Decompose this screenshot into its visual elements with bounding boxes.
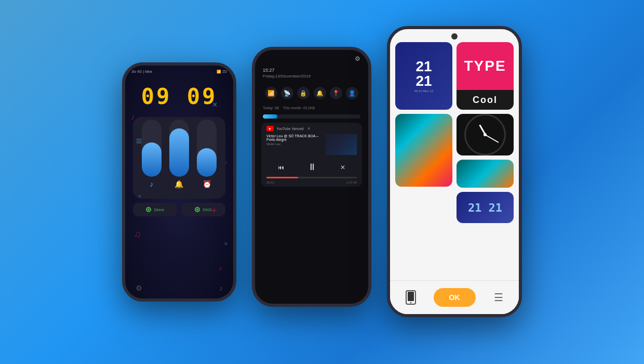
settings-bottom-icon[interactable]: ⚙ — [136, 284, 142, 292]
deco-note-4: ♪ — [219, 264, 222, 272]
yt-logo-icon — [266, 126, 274, 131]
volume-slider-alarm[interactable]: ⏰ — [196, 120, 218, 188]
alarm-icon: ⏰ — [203, 180, 211, 188]
minute-hand — [485, 134, 499, 143]
phone-3-screen: 21 21 09:10 Mon 12 TYPE Cool — [390, 29, 519, 314]
dnd-label: DND — [203, 207, 211, 212]
phone-2-screen: ⚙ 15:27 Friday,13/December/2019 📶 📡 🔒 🔔 … — [255, 50, 368, 304]
deco-note-3: ♫ — [134, 229, 141, 240]
deco-cross-2: × — [138, 193, 141, 199]
yt-controls: ⏮ ⏸ ✕ — [261, 159, 362, 175]
p2-time-date: 15:27 Friday,13/December/2019 — [255, 65, 368, 83]
silent-label: Silent — [154, 207, 164, 212]
slider-track-ring — [169, 120, 189, 177]
volume-sliders: ♪ 🔔 ⏰ — [141, 123, 218, 191]
data-month: This month: 43.2KB — [283, 106, 315, 110]
slider-track-alarm — [197, 120, 217, 177]
phone-3: 21 21 09:10 Mon 12 TYPE Cool — [387, 26, 522, 317]
silent-button[interactable]: Silent — [133, 203, 177, 216]
data-progress-bar — [263, 114, 360, 119]
data-info: Today: 0B This month: 43.2KB — [255, 103, 368, 112]
cellular-toggle[interactable]: 📡 — [281, 87, 293, 99]
p1-signal: 📶 2D — [217, 70, 227, 74]
slider-fill-media — [142, 142, 162, 177]
phone-1-screen: Jio 4G | Idea 📶 2D ♪ ♪ ♫ ♪ × × × ≡ + 09 … — [125, 66, 233, 298]
widget-clock-1[interactable]: 21 21 09:10 Mon 12 — [395, 42, 452, 110]
yt-title: Victor Lou @ SÓ TRACK BOA – Porto Alegre — [266, 134, 321, 141]
silent-icon — [146, 207, 151, 212]
p1-status-bar: Jio 4G | Idea 📶 2D — [125, 66, 233, 76]
yt-thumbnail — [326, 134, 357, 155]
widget-1-sub: 09:10 Mon 12 — [414, 89, 434, 93]
lock-toggle[interactable]: 🔒 — [297, 87, 310, 99]
yt-duration: 1:27:56 — [346, 181, 357, 184]
widget-type-cool[interactable]: TYPE Cool — [457, 42, 514, 110]
music-bottom-icon[interactable]: ♪ — [219, 284, 223, 292]
widget-row-3: 21 21 — [395, 192, 514, 223]
yt-content: Victor Lou @ SÓ TRACK BOA – Porto Alegre… — [261, 134, 362, 159]
slider-fill-ring — [169, 128, 189, 177]
yt-artist: Victor Lou — [266, 142, 321, 146]
widget-1-hour: 21 — [415, 59, 432, 74]
p3-menu-icon[interactable]: ☰ — [491, 290, 506, 305]
p3-bottom-bar: OK ☰ — [390, 280, 519, 314]
clock-center-dot — [484, 133, 487, 136]
wifi-toggle[interactable]: 📶 — [265, 87, 277, 99]
svg-rect-1 — [408, 292, 414, 301]
widget-row-1: 21 21 09:10 Mon 12 TYPE Cool — [395, 42, 514, 110]
p1-bottom-icons: ⚙ ♪ — [125, 284, 233, 292]
dnd-button[interactable]: DND — [181, 203, 225, 216]
p1-carrier: Jio 4G | Idea — [131, 70, 152, 74]
widget-col-2 — [457, 114, 514, 188]
yt-header: YouTube Vanced ∧ — [261, 123, 362, 134]
deco-cross-1: × — [213, 100, 217, 109]
widget-wallpaper-1[interactable] — [395, 114, 452, 187]
yt-progress-bar[interactable] — [266, 177, 357, 178]
data-progress-fill — [263, 114, 277, 119]
deco-note-2: ♪ — [225, 159, 228, 166]
yt-expand-icon[interactable]: ∧ — [307, 126, 310, 131]
deco-line-1: ≡ — [136, 135, 142, 147]
small-clock-time: 21 21 — [468, 201, 502, 214]
svg-point-2 — [410, 302, 411, 304]
p2-date: Friday,13/December/2019 — [263, 74, 360, 79]
alert-toggle[interactable]: 🔔 — [314, 87, 326, 99]
p2-gear-icon[interactable]: ⚙ — [355, 55, 360, 62]
type-label: TYPE — [457, 42, 514, 90]
p3-camera-notch — [451, 33, 458, 40]
yt-close-button[interactable]: ✕ — [340, 164, 345, 171]
yt-progress-fill — [266, 177, 298, 178]
phone-2: ⚙ 15:27 Friday,13/December/2019 📶 📡 🔒 🔔 … — [252, 47, 371, 307]
user-toggle[interactable]: 👤 — [346, 87, 358, 99]
ring-icon: 🔔 — [175, 180, 183, 188]
dnd-icon — [195, 207, 200, 212]
phone-1: Jio 4G | Idea 📶 2D ♪ ♪ ♫ ♪ × × × ≡ + 09 … — [122, 62, 236, 302]
volume-slider-media[interactable]: ♪ — [141, 120, 162, 188]
slider-fill-alarm — [197, 148, 217, 177]
yt-info: Victor Lou @ SÓ TRACK BOA – Porto Alegre… — [266, 134, 321, 146]
volume-slider-ring[interactable]: 🔔 — [168, 120, 190, 188]
slider-track-media — [142, 120, 162, 177]
widget-row-2 — [395, 114, 514, 188]
yt-app-name: YouTube Vanced — [276, 127, 304, 131]
volume-panel: ♪ 🔔 ⏰ — [133, 117, 225, 199]
deco-dot-1: + — [211, 205, 217, 216]
yt-play-button[interactable]: ⏸ — [307, 162, 317, 173]
deco-cross-3: × — [224, 240, 228, 248]
widget-small-clock[interactable]: 21 21 — [457, 192, 514, 223]
widget-analog-clock[interactable] — [457, 114, 514, 155]
widget-grid: 21 21 09:10 Mon 12 TYPE Cool — [390, 29, 519, 314]
quick-toggles: 📶 📡 🔒 🔔 📍 👤 — [255, 83, 368, 103]
location-toggle[interactable]: 📍 — [330, 87, 342, 99]
media-icon: ♪ — [150, 180, 153, 188]
yt-time: 26:51 1:27:56 — [261, 181, 362, 187]
ok-button[interactable]: OK — [434, 288, 476, 307]
deco-note-1: ♪ — [130, 112, 135, 122]
p3-phone-icon[interactable] — [403, 290, 419, 305]
data-today: Today: 0B — [263, 106, 279, 110]
p2-time: 15:27 — [263, 68, 360, 73]
cool-label: Cool — [457, 90, 514, 110]
yt-prev-button[interactable]: ⏮ — [278, 164, 284, 171]
yt-elapsed: 26:51 — [266, 181, 274, 184]
widget-wallpaper-small[interactable] — [457, 160, 514, 188]
